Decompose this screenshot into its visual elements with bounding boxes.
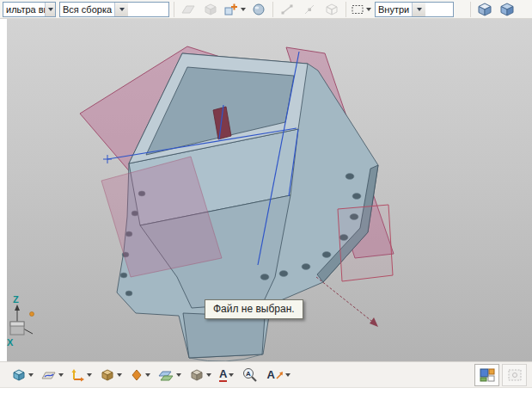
chevron-down-icon: [119, 8, 125, 11]
chevron-down-icon: [28, 373, 34, 377]
fit-layout-icon: [480, 368, 495, 382]
feature-toolbar: A A A: [0, 361, 532, 387]
selection-scope-value: Вся сборка: [60, 3, 114, 16]
selection-toolbar: ильтра выб Вся сборка: [0, 0, 532, 19]
body-icon: [204, 3, 217, 16]
cad-application-window: ильтра выб Вся сборка: [0, 0, 532, 394]
chevron-down-icon: [206, 373, 211, 377]
triad-x-label: X: [7, 337, 14, 348]
component-filter-button[interactable]: [321, 0, 342, 19]
sphere-select-button[interactable]: [248, 0, 269, 19]
note-tool-icon: A: [266, 369, 274, 380]
chevron-down-icon: [48, 8, 53, 11]
face-icon: [181, 3, 195, 16]
sheets-icon: [158, 368, 174, 382]
selection-filter-value: ильтра выб: [3, 3, 45, 16]
window-layout-icon: [507, 368, 523, 382]
face-filter-button[interactable]: [178, 0, 199, 19]
revolve-button[interactable]: [127, 363, 153, 387]
text-tool-icon: A: [219, 368, 227, 382]
rectangle-select-button[interactable]: [350, 0, 372, 19]
extrude-icon: [100, 368, 115, 382]
inside-mode-dropdown[interactable]: [412, 3, 425, 16]
snap-point-button[interactable]: [223, 0, 247, 19]
datum-csys-icon: [71, 368, 85, 382]
magnifier-icon: A: [242, 367, 259, 383]
wireframe-cube-icon: [499, 3, 515, 16]
selection-filter-dropdown[interactable]: [45, 3, 55, 16]
block-icon: [189, 368, 205, 382]
toolbar-separator: [470, 2, 471, 17]
datum-plane-button[interactable]: [9, 363, 36, 387]
component-icon: [325, 3, 339, 16]
triad-z-label: Z: [13, 294, 19, 305]
chevron-down-icon: [366, 8, 371, 11]
selection-filter-combo[interactable]: ильтра выб: [3, 2, 56, 17]
find-text-button[interactable]: A: [239, 363, 261, 387]
chevron-down-icon: [87, 373, 92, 377]
note-tool-button[interactable]: A: [264, 363, 292, 387]
block-button[interactable]: [187, 363, 214, 387]
window-layout-button[interactable]: [502, 364, 527, 386]
datum-plane-icon: [11, 368, 27, 382]
shaded-view-button[interactable]: [474, 0, 495, 19]
vertex-icon: [303, 3, 316, 16]
selection-scope-combo[interactable]: Вся сборка: [59, 2, 169, 17]
rectangle-select-icon: [351, 3, 364, 16]
chevron-down-icon: [417, 8, 422, 11]
toolbar-separator: [345, 2, 346, 17]
shaded-cube-icon: [477, 3, 492, 16]
magnifier-letter: A: [246, 370, 251, 378]
inside-mode-value: Внутри: [376, 3, 412, 16]
note-arrow-icon: [276, 371, 284, 379]
origin-ball[interactable]: [30, 312, 34, 317]
revolve-icon: [130, 368, 144, 382]
sheets-button[interactable]: [156, 363, 184, 387]
datum-axis-arrow: [370, 317, 378, 327]
chevron-down-icon: [145, 373, 150, 377]
selection-scope-dropdown[interactable]: [114, 3, 128, 16]
extrude-button[interactable]: [97, 363, 125, 387]
toolbar-separator: [272, 2, 273, 17]
text-tool-button[interactable]: A: [217, 363, 236, 387]
chevron-down-icon: [241, 8, 246, 11]
wireframe-view-button[interactable]: [497, 0, 517, 19]
graphics-viewport[interactable]: Z X Файл не выбран.: [7, 19, 532, 361]
body-filter-button[interactable]: [200, 0, 221, 19]
chevron-down-icon: [285, 373, 290, 377]
chevron-down-icon: [117, 373, 122, 377]
orientation-triad[interactable]: Z X: [7, 294, 34, 348]
sketch-button[interactable]: [39, 363, 66, 387]
snap-point-icon: [223, 3, 239, 16]
sketch-icon: [41, 368, 57, 382]
sphere-icon: [252, 3, 266, 16]
layout-button-group: [474, 364, 527, 386]
inside-mode-combo[interactable]: Внутри: [375, 2, 454, 17]
chevron-down-icon: [229, 373, 234, 377]
status-bar: [0, 387, 532, 394]
chevron-down-icon: [176, 373, 181, 377]
toolbar-separator: [174, 2, 174, 17]
chevron-down-icon: [58, 373, 64, 377]
edge-filter-button[interactable]: [277, 0, 297, 19]
fit-layout-button[interactable]: [474, 364, 499, 386]
vertex-filter-button[interactable]: [299, 0, 320, 19]
datum-csys-button[interactable]: [69, 363, 95, 387]
edge-icon: [280, 3, 294, 16]
file-tooltip: Файл не выбран.: [205, 299, 303, 319]
